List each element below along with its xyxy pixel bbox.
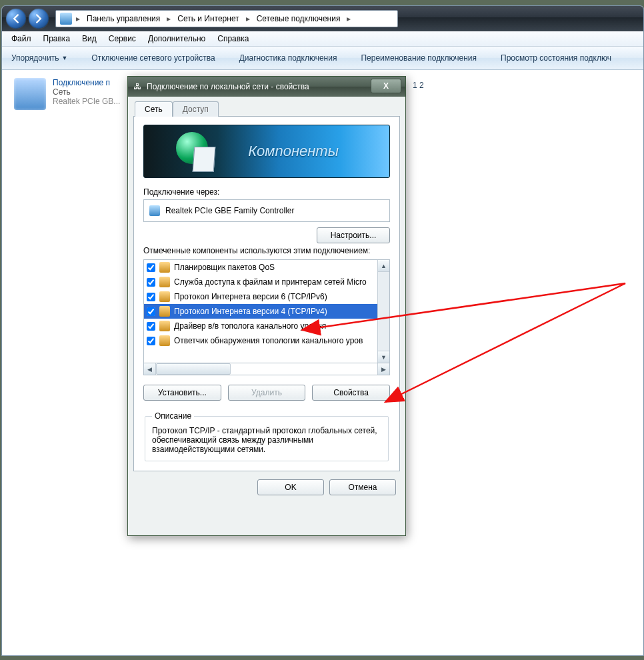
view-status-button[interactable]: Просмотр состояния подключ [497,51,615,65]
component-row[interactable]: Служба доступа к файлам и принтерам сете… [144,275,377,289]
vertical-scrollbar[interactable]: ▲ ▼ [377,260,389,363]
menu-extra[interactable]: Дополнительно [143,33,211,45]
component-row[interactable]: Драйвер в/в тополога канального уровня [144,319,377,333]
banner-text: Компоненты [248,143,339,160]
components-list: Планировщик пакетов QoSСлужба доступа к … [143,259,390,363]
navigation-bar: ▸ Панель управления ▸ Сеть и Интернет ▸ … [2,6,643,31]
breadcrumb[interactable]: Сетевые подключения [254,14,343,23]
content-area: Подключение п Сеть Realtek PCIe GB... 1 … [2,70,643,656]
forward-icon [34,14,43,23]
connect-using-label: Подключение через: [143,187,390,197]
tab-page-network: Компоненты Подключение через: Realtek PC… [133,116,400,471]
forward-button[interactable] [29,9,49,29]
menu-file[interactable]: Файл [6,33,37,45]
description-legend: Описание [152,411,194,421]
breadcrumb[interactable]: Панель управления [84,14,163,23]
component-row[interactable]: Ответчик обнаружения топологии канальног… [144,333,377,348]
dialog-title: Подключение по локальной сети - свойства [147,82,309,91]
component-label: Протокол Интернета версии 4 (TCP/IPv4) [174,307,327,316]
protocol-icon [159,306,170,317]
component-label: Планировщик пакетов QoS [174,263,275,272]
protocol-icon [159,321,170,331]
scroll-thumb[interactable] [156,363,231,375]
dialog-titlebar[interactable]: 🖧 Подключение по локальной сети - свойст… [128,77,405,97]
properties-button[interactable]: Свойства [312,385,390,401]
install-button[interactable]: Установить... [143,385,221,401]
component-label: Протокол Интернета версии 6 (TCP/IPv6) [174,292,327,301]
chevron-right-icon: ▸ [347,14,351,23]
component-checkbox[interactable] [147,278,155,287]
scroll-right-icon[interactable]: ▶ [377,363,389,375]
close-button[interactable]: X [371,79,401,93]
diagnose-button[interactable]: Диагностика подключения [235,51,341,65]
menu-tools[interactable]: Сервис [103,33,141,45]
component-checkbox[interactable] [147,307,155,316]
scroll-left-icon[interactable]: ◀ [144,363,156,375]
command-bar: Упорядочить ▼ Отключение сетевого устрой… [2,47,643,70]
folder-icon [60,13,72,25]
chevron-down-icon: ▼ [61,55,67,61]
component-label: Служба доступа к файлам и принтерам сете… [174,277,367,287]
component-label: Драйвер в/в тополога канального уровня [174,321,326,331]
component-checkbox[interactable] [147,337,155,345]
back-button[interactable] [6,9,26,29]
scroll-up-icon[interactable]: ▲ [378,260,389,272]
component-checkbox[interactable] [147,322,155,331]
component-label: Ответчик обнаружения топологии канальног… [174,336,363,345]
clipboard-icon [193,147,216,172]
component-checkbox[interactable] [147,293,155,301]
protocol-icon [159,335,170,346]
ok-button[interactable]: OK [257,479,324,495]
component-row[interactable]: Протокол Интернета версии 4 (TCP/IPv4) [144,304,377,319]
tab-sharing[interactable]: Доступ [173,101,219,117]
disable-device-button[interactable]: Отключение сетевого устройства [87,51,219,65]
explorer-window: ▸ Панель управления ▸ Сеть и Интернет ▸ … [1,5,644,656]
horizontal-scrollbar[interactable]: ◀ ▶ [143,363,390,375]
close-icon: X [383,81,389,91]
dialog-icon: 🖧 [133,82,141,91]
uninstall-button: Удалить [228,385,306,401]
cancel-button[interactable]: Отмена [329,479,396,495]
configure-button[interactable]: Настроить... [317,227,390,243]
rename-button[interactable]: Переименование подключения [357,51,481,65]
organize-button[interactable]: Упорядочить ▼ [7,51,71,65]
address-bar[interactable]: ▸ Панель управления ▸ Сеть и Интернет ▸ … [55,10,398,27]
component-row[interactable]: Протокол Интернета версии 6 (TCP/IPv6) [144,289,377,304]
protocol-icon [159,291,170,302]
chevron-right-icon: ▸ [76,14,80,23]
menu-bar: Файл Правка Вид Сервис Дополнительно Спр… [2,31,643,47]
menu-help[interactable]: Справка [212,33,254,45]
chevron-right-icon: ▸ [167,14,171,23]
connection-network: Сеть [53,87,71,97]
description-text: Протокол TCP/IP - стандартный протокол г… [152,426,381,454]
component-row[interactable]: Планировщик пакетов QoS [144,260,377,275]
service-icon [159,277,170,287]
breadcrumb[interactable]: Сеть и Интернет [175,14,241,23]
connection-adapter: Realtek PCIe GB... [53,97,120,106]
components-banner: Компоненты [143,125,390,178]
menu-edit[interactable]: Правка [38,33,76,45]
connection-item[interactable]: Подключение п Сеть Realtek PCIe GB... [14,78,127,110]
chevron-right-icon: ▸ [246,14,250,23]
organize-label: Упорядочить [11,53,59,63]
components-label: Отмеченные компоненты используются этим … [143,246,390,255]
arrow-to-properties [385,283,625,402]
tab-strip: Сеть Доступ [135,101,403,116]
extra-text: 1 2 [413,81,424,90]
back-icon [11,14,21,23]
description-fieldset: Описание Протокол TCP/IP - стандартный п… [145,411,389,461]
scroll-down-icon[interactable]: ▼ [378,351,389,363]
connection-properties-dialog: 🖧 Подключение по локальной сети - свойст… [127,76,406,536]
nic-icon [149,205,160,216]
connection-title[interactable]: Подключение п [53,78,110,87]
component-checkbox[interactable] [147,263,155,272]
tab-network[interactable]: Сеть [135,101,173,117]
adapter-name: Realtek PCIe GBE Family Controller [165,206,294,215]
adapter-box: Realtek PCIe GBE Family Controller [143,199,390,222]
menu-view[interactable]: Вид [77,33,102,45]
network-adapter-icon [14,78,46,110]
service-icon [159,262,170,273]
